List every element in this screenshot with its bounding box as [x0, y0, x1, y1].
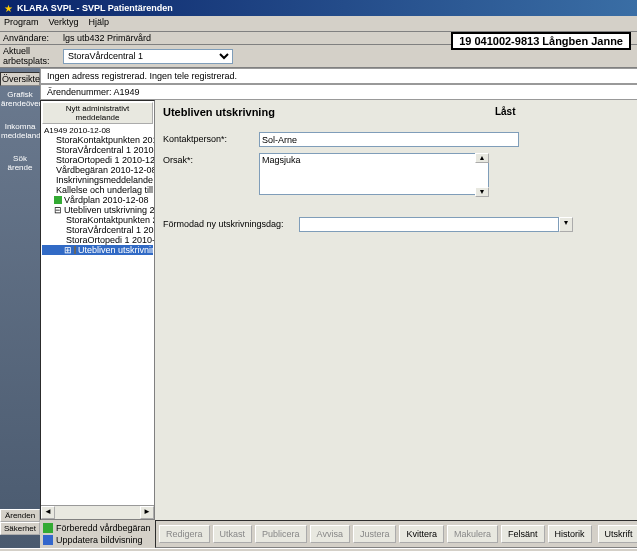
formodad-date-input[interactable] — [299, 217, 559, 232]
tree-item-selected[interactable]: ⊞Utebliven utskrivning 2010- — [42, 245, 153, 255]
spin-down-icon[interactable]: ▼ — [475, 187, 489, 197]
form-title: Utebliven utskrivning — [163, 106, 495, 118]
tree-item[interactable]: ⊟Utebliven utskrivning 2010-12-0 — [42, 205, 153, 215]
form-pane: Utebliven utskrivning Låst Kontaktperson… — [155, 100, 637, 520]
date-dropdown-icon[interactable]: ▾ — [559, 217, 573, 232]
spin-up-icon[interactable]: ▲ — [475, 153, 489, 163]
utskrift-button[interactable]: Utskrift — [598, 525, 637, 543]
tree-pane: Nytt administrativt meddelande A1949 201… — [40, 100, 155, 520]
menubar: Program Verktyg Hjälp — [0, 16, 637, 32]
address-info: Ingen adress registrerad. Ingen tele reg… — [40, 68, 637, 84]
form-lock-label: Låst — [495, 106, 516, 118]
menu-verktyg[interactable]: Verktyg — [49, 17, 79, 30]
arbetsplats-label: Aktuell arbetsplats: — [3, 46, 63, 66]
tree-list: A1949 2010-12-08 StoraKontaktpunkten 201… — [41, 125, 154, 505]
tree-scrollbar[interactable]: ◄ ► — [41, 505, 154, 519]
tree-item[interactable]: StoraKontaktpunkten 2010- — [42, 215, 153, 225]
kvittera-button[interactable]: Kvittera — [399, 525, 444, 543]
arbetsplats-dropdown[interactable]: StoraVårdcentral 1 — [63, 49, 233, 64]
app-title: KLARA SVPL - SVPL Patientärenden — [17, 3, 173, 13]
tree-item[interactable]: Kallelse och underlag till vårdpl — [42, 185, 153, 195]
nav-inkomna[interactable]: Inkomna meddelanden — [0, 120, 40, 142]
link-pane: Förberedd vårdbegäran Uppdatera bildvisn… — [40, 520, 155, 548]
tree-root[interactable]: A1949 2010-12-08 — [42, 126, 153, 135]
felsant-button[interactable]: Felsänt — [501, 525, 545, 543]
nav-grafisk[interactable]: Grafisk ärendeöversikt — [0, 88, 40, 110]
tree-item[interactable]: Inskrivningsmeddelande 2010-12-0 — [42, 175, 153, 185]
note-icon — [43, 523, 53, 533]
body-row: Nytt administrativt meddelande A1949 201… — [40, 100, 637, 520]
orsak-textarea[interactable]: Magsjuka — [259, 153, 489, 195]
content-wrap: Ingen adress registrerad. Ingen tele reg… — [40, 68, 637, 548]
justera-button[interactable]: Justera — [353, 525, 397, 543]
bottom-nav: Ärenden Säkerhet — [0, 509, 40, 535]
titlebar: ★ KLARA SVPL - SVPL Patientärenden — [0, 0, 637, 16]
case-number: Ärendenummer: A1949 — [40, 84, 637, 100]
orsak-label: Orsak*: — [163, 153, 253, 165]
patient-id-box: 19 041002-9813 Långben Janne — [451, 32, 631, 50]
formodad-label: Förmodad ny utskrivningsdag: — [163, 217, 293, 229]
historik-button[interactable]: Historik — [548, 525, 592, 543]
formodad-row: Förmodad ny utskrivningsdag: ▾ — [163, 217, 636, 232]
link-foreberedd[interactable]: Förberedd vårdbegäran — [42, 522, 153, 534]
publicera-button[interactable]: Publicera — [255, 525, 307, 543]
makulera-button[interactable]: Makulera — [447, 525, 498, 543]
anvandare-label: Användare: — [3, 33, 63, 43]
left-nav: Översikter Grafisk ärendeöversikt Inkomn… — [0, 68, 40, 548]
button-bar: Redigera Utkast Publicera Avvisa Justera… — [155, 520, 637, 548]
new-admin-msg-button[interactable]: Nytt administrativt meddelande — [42, 102, 153, 124]
tree-item[interactable]: StoraVårdcentral 1 2010-12-08 — [42, 145, 153, 155]
nav-arenden[interactable]: Ärenden — [0, 509, 40, 522]
tree-item[interactable]: StoraKontaktpunkten 2010-12-0 — [42, 135, 153, 145]
scroll-right-icon[interactable]: ► — [140, 506, 154, 519]
bottom-row: Förberedd vårdbegäran Uppdatera bildvisn… — [40, 520, 637, 548]
kontaktperson-row: Kontaktperson*: — [163, 132, 636, 147]
refresh-icon — [43, 535, 53, 545]
page-icon — [74, 246, 76, 254]
tree-item[interactable]: Vårdplan 2010-12-08 — [42, 195, 153, 205]
plus-icon: ⊞ — [64, 245, 72, 255]
app-icon: ★ — [4, 3, 13, 14]
nav-sakerhet[interactable]: Säkerhet — [0, 522, 40, 535]
tree-item[interactable]: Vårdbegäran 2010-12-08 — [42, 165, 153, 175]
link-uppdatera[interactable]: Uppdatera bildvisning — [42, 534, 153, 546]
orsak-row: Orsak*: Magsjuka ▲ ▼ — [163, 153, 636, 197]
nav-sok[interactable]: Sök ärende — [0, 152, 40, 174]
form-header: Utebliven utskrivning Låst — [163, 106, 636, 118]
kontaktperson-label: Kontaktperson*: — [163, 132, 253, 144]
tree-item[interactable]: StoraOrtopedi 1 2010-12-08 — [42, 155, 153, 165]
kontaktperson-input[interactable] — [259, 132, 519, 147]
redigera-button[interactable]: Redigera — [159, 525, 210, 543]
avvisa-button[interactable]: Avvisa — [310, 525, 350, 543]
user-row: Användare: lgs utb432 Primärvård 19 0410… — [0, 32, 637, 45]
doc-icon — [54, 196, 62, 204]
tree-item[interactable]: StoraOrtopedi 1 2010-12-08 — [42, 235, 153, 245]
menu-hjalp[interactable]: Hjälp — [89, 17, 110, 30]
overview-tab[interactable]: Översikter — [0, 72, 40, 86]
main: Översikter Grafisk ärendeöversikt Inkomn… — [0, 68, 637, 548]
utkast-button[interactable]: Utkast — [213, 525, 253, 543]
menu-program[interactable]: Program — [4, 17, 39, 30]
minus-icon: ⊟ — [54, 205, 62, 215]
scroll-track[interactable] — [55, 506, 140, 519]
scroll-left-icon[interactable]: ◄ — [41, 506, 55, 519]
tree-item[interactable]: StoraVårdcentral 1 2010-12- — [42, 225, 153, 235]
